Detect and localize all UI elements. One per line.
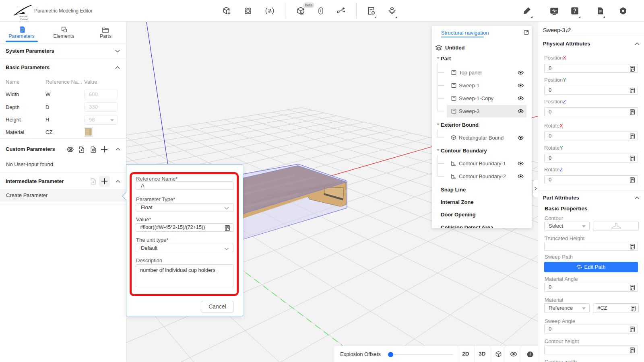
svg-text:SeaGull: SeaGull <box>19 15 27 18</box>
svg-text:fx: fx <box>301 12 304 16</box>
svg-text:Cabinet: Cabinet <box>20 18 28 21</box>
